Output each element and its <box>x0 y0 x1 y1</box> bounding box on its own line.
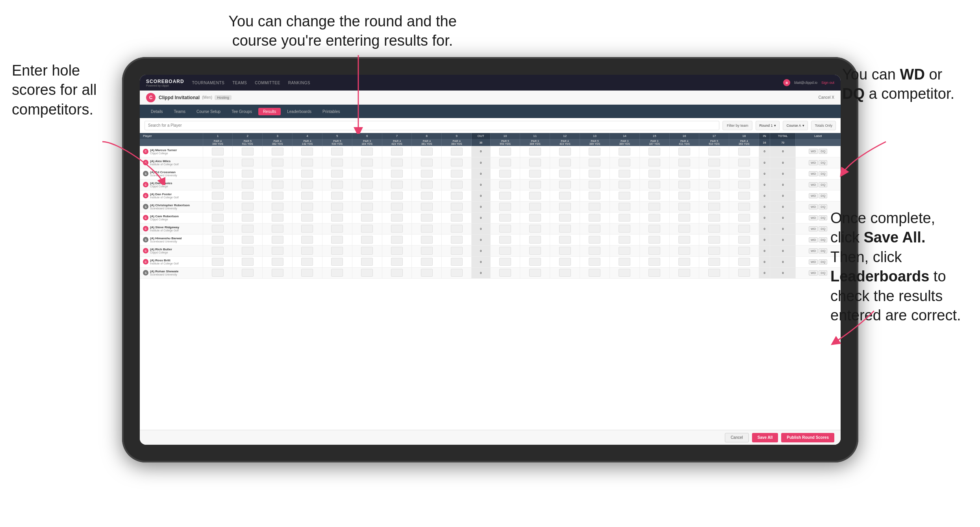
score-input-11[interactable] <box>529 203 541 211</box>
score-input-8[interactable] <box>421 225 433 233</box>
score-input-3[interactable] <box>272 225 283 233</box>
score-input-13[interactable] <box>589 203 600 211</box>
score-input-15[interactable] <box>648 258 660 266</box>
score-input-1[interactable] <box>212 269 224 277</box>
score-input-1[interactable] <box>212 225 224 233</box>
score-input-6[interactable] <box>361 225 373 233</box>
score-input-8[interactable] <box>421 258 433 266</box>
score-input-11[interactable] <box>529 214 541 222</box>
totals-only-button[interactable]: Totals Only <box>811 121 836 130</box>
score-input-8[interactable] <box>421 236 433 244</box>
score-input-2[interactable] <box>242 236 254 244</box>
score-input-11[interactable] <box>529 269 541 277</box>
score-input-17[interactable] <box>708 258 720 266</box>
score-input-18[interactable] <box>738 258 750 266</box>
score-input-4[interactable] <box>301 181 313 189</box>
dq-button[interactable]: DQ <box>819 193 827 198</box>
score-input-3[interactable] <box>272 269 283 277</box>
score-input-16[interactable] <box>678 192 690 200</box>
score-input-13[interactable] <box>589 258 600 266</box>
score-input-14[interactable] <box>619 203 630 211</box>
score-input-1[interactable] <box>212 181 224 189</box>
tab-details[interactable]: Details <box>146 108 168 115</box>
score-input-15[interactable] <box>648 170 660 178</box>
score-input-18[interactable] <box>738 247 750 255</box>
score-input-14[interactable] <box>619 225 630 233</box>
score-input-12[interactable] <box>559 181 571 189</box>
score-input-5[interactable] <box>331 236 343 244</box>
wd-button[interactable]: WD <box>809 215 818 220</box>
score-input-10[interactable] <box>499 225 511 233</box>
score-input-5[interactable] <box>331 203 343 211</box>
score-input-14[interactable] <box>619 258 630 266</box>
score-input-7[interactable] <box>391 214 403 222</box>
score-input-10[interactable] <box>499 214 511 222</box>
score-input-6[interactable] <box>361 247 373 255</box>
score-input-3[interactable] <box>272 181 283 189</box>
score-input-14[interactable] <box>619 170 630 178</box>
score-input-13[interactable] <box>589 236 600 244</box>
wd-button[interactable]: WD <box>809 248 818 253</box>
score-input-18[interactable] <box>738 181 750 189</box>
score-input-1[interactable] <box>212 148 224 155</box>
score-input-12[interactable] <box>559 170 571 178</box>
score-input-9[interactable] <box>451 203 463 211</box>
score-input-12[interactable] <box>559 258 571 266</box>
score-input-2[interactable] <box>242 269 254 277</box>
score-input-11[interactable] <box>529 192 541 200</box>
score-input-2[interactable] <box>242 148 254 155</box>
score-input-10[interactable] <box>499 269 511 277</box>
score-input-12[interactable] <box>559 236 571 244</box>
wd-button[interactable]: WD <box>809 182 818 187</box>
score-input-1[interactable] <box>212 159 224 166</box>
score-input-11[interactable] <box>529 170 541 178</box>
score-input-8[interactable] <box>421 170 433 178</box>
tab-tee-groups[interactable]: Tee Groups <box>227 108 257 115</box>
sign-out-link[interactable]: Sign out <box>821 81 834 85</box>
score-input-6[interactable] <box>361 170 373 178</box>
dq-button[interactable]: DQ <box>819 270 827 276</box>
score-input-16[interactable] <box>678 258 690 266</box>
score-input-18[interactable] <box>738 148 750 155</box>
score-input-8[interactable] <box>421 214 433 222</box>
score-input-8[interactable] <box>421 159 433 166</box>
score-input-17[interactable] <box>708 247 720 255</box>
score-input-12[interactable] <box>559 148 571 155</box>
score-input-16[interactable] <box>678 159 690 166</box>
score-input-15[interactable] <box>648 214 660 222</box>
score-input-18[interactable] <box>738 170 750 178</box>
score-input-17[interactable] <box>708 181 720 189</box>
score-input-18[interactable] <box>738 192 750 200</box>
score-input-13[interactable] <box>589 192 600 200</box>
score-input-17[interactable] <box>708 225 720 233</box>
score-input-15[interactable] <box>648 236 660 244</box>
score-input-16[interactable] <box>678 181 690 189</box>
score-input-9[interactable] <box>451 225 463 233</box>
score-input-11[interactable] <box>529 225 541 233</box>
wd-button[interactable]: WD <box>809 237 818 242</box>
score-input-7[interactable] <box>391 247 403 255</box>
score-input-11[interactable] <box>529 247 541 255</box>
dq-button[interactable]: DQ <box>819 259 827 264</box>
score-input-6[interactable] <box>361 159 373 166</box>
score-input-9[interactable] <box>451 170 463 178</box>
score-input-14[interactable] <box>619 159 630 166</box>
dq-button[interactable]: DQ <box>819 160 827 165</box>
score-input-5[interactable] <box>331 269 343 277</box>
score-input-10[interactable] <box>499 236 511 244</box>
score-input-7[interactable] <box>391 269 403 277</box>
score-input-2[interactable] <box>242 258 254 266</box>
wd-button[interactable]: WD <box>809 171 818 176</box>
score-input-14[interactable] <box>619 269 630 277</box>
score-input-18[interactable] <box>738 159 750 166</box>
score-input-4[interactable] <box>301 148 313 155</box>
score-input-9[interactable] <box>451 192 463 200</box>
wd-button[interactable]: WD <box>809 259 818 264</box>
score-input-11[interactable] <box>529 181 541 189</box>
score-input-8[interactable] <box>421 247 433 255</box>
score-input-11[interactable] <box>529 148 541 155</box>
score-input-6[interactable] <box>361 258 373 266</box>
wd-button[interactable]: WD <box>809 193 818 198</box>
score-input-3[interactable] <box>272 170 283 178</box>
score-input-12[interactable] <box>559 269 571 277</box>
